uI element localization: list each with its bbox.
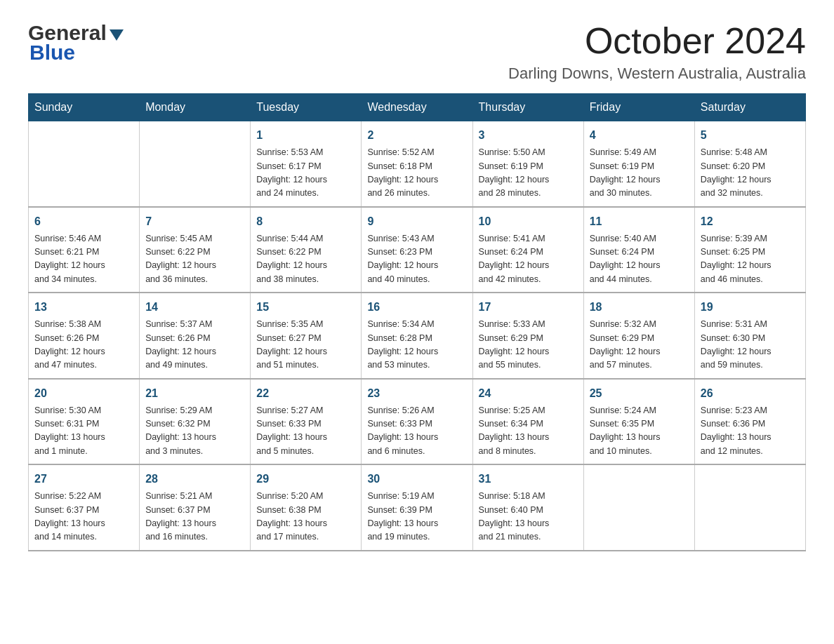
calendar-week-row: 13Sunrise: 5:38 AM Sunset: 6:26 PM Dayli… (29, 293, 806, 379)
calendar-cell: 9Sunrise: 5:43 AM Sunset: 6:23 PM Daylig… (362, 207, 472, 293)
day-number: 20 (34, 385, 133, 402)
calendar-header-row: SundayMondayTuesdayWednesdayThursdayFrid… (29, 94, 806, 121)
calendar-week-row: 1Sunrise: 5:53 AM Sunset: 6:17 PM Daylig… (29, 121, 806, 207)
day-info: Sunrise: 5:41 AM Sunset: 6:24 PM Dayligh… (479, 232, 578, 287)
calendar-cell: 22Sunrise: 5:27 AM Sunset: 6:33 PM Dayli… (251, 379, 362, 465)
calendar-cell: 27Sunrise: 5:22 AM Sunset: 6:37 PM Dayli… (29, 464, 140, 551)
day-number: 15 (256, 299, 355, 316)
day-info: Sunrise: 5:20 AM Sunset: 6:38 PM Dayligh… (256, 490, 355, 544)
day-number: 21 (145, 385, 244, 402)
calendar-cell: 13Sunrise: 5:38 AM Sunset: 6:26 PM Dayli… (29, 293, 140, 379)
day-info: Sunrise: 5:35 AM Sunset: 6:27 PM Dayligh… (256, 318, 355, 373)
calendar-header-sunday: Sunday (29, 94, 140, 121)
calendar-cell: 16Sunrise: 5:34 AM Sunset: 6:28 PM Dayli… (362, 293, 472, 379)
calendar-header-wednesday: Wednesday (362, 94, 472, 121)
day-number: 4 (590, 127, 689, 144)
calendar-cell: 29Sunrise: 5:20 AM Sunset: 6:38 PM Dayli… (251, 464, 362, 551)
calendar-cell: 8Sunrise: 5:44 AM Sunset: 6:22 PM Daylig… (251, 207, 362, 293)
calendar-cell: 4Sunrise: 5:49 AM Sunset: 6:19 PM Daylig… (583, 121, 694, 207)
day-info: Sunrise: 5:48 AM Sunset: 6:20 PM Dayligh… (701, 146, 800, 201)
calendar-week-row: 6Sunrise: 5:46 AM Sunset: 6:21 PM Daylig… (29, 207, 806, 293)
day-info: Sunrise: 5:53 AM Sunset: 6:17 PM Dayligh… (256, 146, 355, 201)
calendar-cell: 14Sunrise: 5:37 AM Sunset: 6:26 PM Dayli… (140, 293, 251, 379)
day-number: 18 (590, 299, 689, 316)
calendar-cell: 30Sunrise: 5:19 AM Sunset: 6:39 PM Dayli… (362, 464, 472, 551)
calendar-cell: 5Sunrise: 5:48 AM Sunset: 6:20 PM Daylig… (694, 121, 805, 207)
day-number: 3 (479, 127, 578, 144)
day-number: 2 (367, 127, 466, 144)
calendar-cell: 11Sunrise: 5:40 AM Sunset: 6:24 PM Dayli… (583, 207, 694, 293)
day-info: Sunrise: 5:31 AM Sunset: 6:30 PM Dayligh… (701, 318, 800, 373)
day-info: Sunrise: 5:43 AM Sunset: 6:23 PM Dayligh… (367, 232, 466, 287)
calendar-cell: 7Sunrise: 5:45 AM Sunset: 6:22 PM Daylig… (140, 207, 251, 293)
location-subtitle: Darling Downs, Western Australia, Austra… (508, 65, 806, 83)
day-info: Sunrise: 5:27 AM Sunset: 6:33 PM Dayligh… (256, 404, 355, 459)
day-info: Sunrise: 5:32 AM Sunset: 6:29 PM Dayligh… (590, 318, 689, 373)
day-info: Sunrise: 5:38 AM Sunset: 6:26 PM Dayligh… (34, 318, 133, 373)
day-number: 31 (479, 471, 578, 488)
month-year-title: October 2024 (508, 21, 806, 61)
day-info: Sunrise: 5:46 AM Sunset: 6:21 PM Dayligh… (34, 232, 133, 287)
day-number: 29 (256, 471, 355, 488)
day-number: 27 (34, 471, 133, 488)
day-info: Sunrise: 5:50 AM Sunset: 6:19 PM Dayligh… (479, 146, 578, 201)
day-number: 16 (367, 299, 466, 316)
day-info: Sunrise: 5:44 AM Sunset: 6:22 PM Dayligh… (256, 232, 355, 287)
day-info: Sunrise: 5:26 AM Sunset: 6:33 PM Dayligh… (367, 404, 466, 459)
day-number: 6 (34, 213, 133, 230)
day-number: 23 (367, 385, 466, 402)
calendar-cell: 3Sunrise: 5:50 AM Sunset: 6:19 PM Daylig… (472, 121, 583, 207)
calendar-cell: 12Sunrise: 5:39 AM Sunset: 6:25 PM Dayli… (694, 207, 805, 293)
calendar-cell (583, 464, 694, 551)
day-number: 9 (367, 213, 466, 230)
calendar-cell: 26Sunrise: 5:23 AM Sunset: 6:36 PM Dayli… (694, 379, 805, 465)
day-info: Sunrise: 5:30 AM Sunset: 6:31 PM Dayligh… (34, 404, 133, 459)
calendar-cell: 20Sunrise: 5:30 AM Sunset: 6:31 PM Dayli… (29, 379, 140, 465)
day-info: Sunrise: 5:21 AM Sunset: 6:37 PM Dayligh… (145, 490, 244, 544)
day-number: 5 (701, 127, 800, 144)
calendar-table: SundayMondayTuesdayWednesdayThursdayFrid… (28, 93, 806, 551)
day-info: Sunrise: 5:25 AM Sunset: 6:34 PM Dayligh… (479, 404, 578, 459)
logo-blue-text: Blue (28, 41, 75, 65)
day-info: Sunrise: 5:52 AM Sunset: 6:18 PM Dayligh… (367, 146, 466, 201)
logo-arrow-icon (110, 29, 124, 41)
day-info: Sunrise: 5:29 AM Sunset: 6:32 PM Dayligh… (145, 404, 244, 459)
day-number: 17 (479, 299, 578, 316)
day-number: 26 (701, 385, 800, 402)
calendar-cell: 15Sunrise: 5:35 AM Sunset: 6:27 PM Dayli… (251, 293, 362, 379)
calendar-header-tuesday: Tuesday (251, 94, 362, 121)
calendar-cell: 21Sunrise: 5:29 AM Sunset: 6:32 PM Dayli… (140, 379, 251, 465)
day-number: 25 (590, 385, 689, 402)
calendar-cell: 2Sunrise: 5:52 AM Sunset: 6:18 PM Daylig… (362, 121, 472, 207)
calendar-cell: 28Sunrise: 5:21 AM Sunset: 6:37 PM Dayli… (140, 464, 251, 551)
calendar-cell: 23Sunrise: 5:26 AM Sunset: 6:33 PM Dayli… (362, 379, 472, 465)
calendar-cell (140, 121, 251, 207)
day-info: Sunrise: 5:45 AM Sunset: 6:22 PM Dayligh… (145, 232, 244, 287)
day-info: Sunrise: 5:23 AM Sunset: 6:36 PM Dayligh… (701, 404, 800, 459)
day-number: 10 (479, 213, 578, 230)
calendar-cell: 17Sunrise: 5:33 AM Sunset: 6:29 PM Dayli… (472, 293, 583, 379)
calendar-cell: 1Sunrise: 5:53 AM Sunset: 6:17 PM Daylig… (251, 121, 362, 207)
day-number: 7 (145, 213, 244, 230)
day-number: 22 (256, 385, 355, 402)
day-info: Sunrise: 5:18 AM Sunset: 6:40 PM Dayligh… (479, 490, 578, 544)
calendar-week-row: 20Sunrise: 5:30 AM Sunset: 6:31 PM Dayli… (29, 379, 806, 465)
calendar-header-monday: Monday (140, 94, 251, 121)
calendar-cell (29, 121, 140, 207)
day-number: 11 (590, 213, 689, 230)
day-info: Sunrise: 5:19 AM Sunset: 6:39 PM Dayligh… (367, 490, 466, 544)
calendar-header-saturday: Saturday (694, 94, 805, 121)
day-number: 8 (256, 213, 355, 230)
calendar-header-friday: Friday (583, 94, 694, 121)
day-info: Sunrise: 5:40 AM Sunset: 6:24 PM Dayligh… (590, 232, 689, 287)
day-number: 12 (701, 213, 800, 230)
day-number: 28 (145, 471, 244, 488)
day-number: 1 (256, 127, 355, 144)
title-area: October 2024 Darling Downs, Western Aust… (508, 21, 806, 83)
calendar-cell: 31Sunrise: 5:18 AM Sunset: 6:40 PM Dayli… (472, 464, 583, 551)
calendar-header-thursday: Thursday (472, 94, 583, 121)
day-info: Sunrise: 5:49 AM Sunset: 6:19 PM Dayligh… (590, 146, 689, 201)
calendar-cell: 19Sunrise: 5:31 AM Sunset: 6:30 PM Dayli… (694, 293, 805, 379)
calendar-cell: 6Sunrise: 5:46 AM Sunset: 6:21 PM Daylig… (29, 207, 140, 293)
day-number: 30 (367, 471, 466, 488)
